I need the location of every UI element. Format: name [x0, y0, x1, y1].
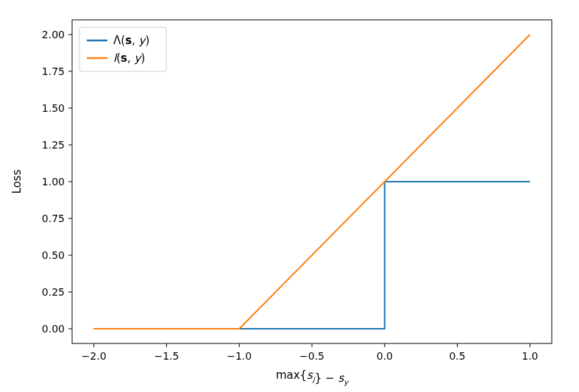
y-tick-label: 0.75: [42, 213, 65, 224]
x-tick-label: 1.0: [522, 350, 538, 362]
x-tick-label: −0.5: [299, 350, 324, 362]
x-tick-label: −1.0: [227, 350, 252, 362]
x-tick-label: −2.0: [82, 350, 107, 362]
y-tick-label: 2.00: [42, 29, 65, 40]
loss-chart: −2.0−1.5−1.0−0.50.00.51.00.000.250.500.7…: [0, 0, 579, 392]
x-tick-label: 0.0: [377, 350, 393, 362]
x-axis-label: max{sj} − sy: [276, 368, 349, 387]
y-tick-label: 1.50: [42, 102, 65, 114]
legend-label-1: l(s, y): [113, 51, 145, 65]
y-tick-label: 1.75: [42, 65, 65, 77]
y-tick-label: 1.00: [42, 176, 65, 188]
y-axis-label: Loss: [10, 169, 24, 193]
y-tick-label: 1.25: [42, 139, 65, 151]
y-tick-label: 0.50: [42, 249, 65, 261]
chart-container: −2.0−1.5−1.0−0.50.00.51.00.000.250.500.7…: [0, 0, 579, 392]
y-tick-label: 0.25: [42, 286, 65, 298]
legend-label-0: Λ(s, y): [113, 34, 149, 47]
y-tick-label: 0.00: [42, 323, 65, 335]
x-tick-label: −1.5: [154, 350, 179, 362]
x-tick-label: 0.5: [449, 350, 465, 362]
